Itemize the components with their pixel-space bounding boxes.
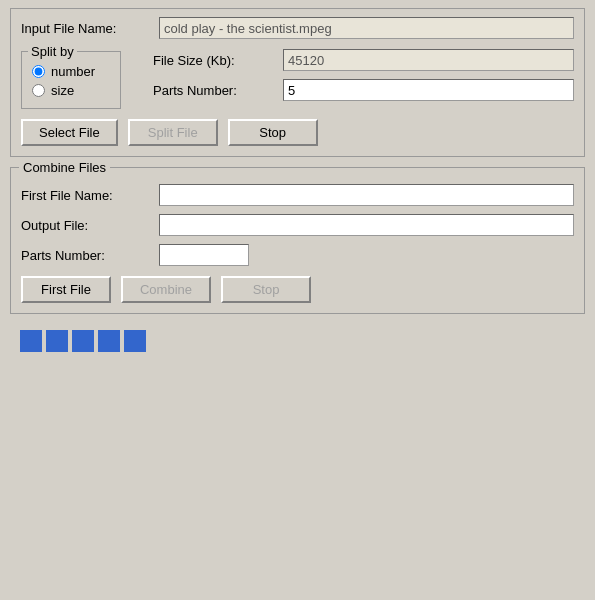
- parts-number-field[interactable]: [283, 79, 574, 101]
- combine-parts-number-label: Parts Number:: [21, 248, 151, 263]
- output-file-field[interactable]: [159, 214, 574, 236]
- split-file-button: Split File: [128, 119, 218, 146]
- combine-files-legend: Combine Files: [19, 160, 110, 175]
- progress-block: [98, 330, 120, 352]
- file-size-field[interactable]: [283, 49, 574, 71]
- first-file-label: First File Name:: [21, 188, 151, 203]
- radio-size-label: size: [51, 83, 74, 98]
- input-file-field[interactable]: [159, 17, 574, 39]
- split-stop-button[interactable]: Stop: [228, 119, 318, 146]
- progress-block: [46, 330, 68, 352]
- progress-block: [124, 330, 146, 352]
- select-file-button[interactable]: Select File: [21, 119, 118, 146]
- radio-number-label: number: [51, 64, 95, 79]
- parts-number-label: Parts Number:: [153, 83, 283, 98]
- progress-bar-area: [10, 324, 585, 358]
- progress-block: [72, 330, 94, 352]
- radio-number[interactable]: [32, 65, 45, 78]
- radio-size[interactable]: [32, 84, 45, 97]
- combine-parts-number-field[interactable]: [159, 244, 249, 266]
- output-file-label: Output File:: [21, 218, 151, 233]
- combine-button: Combine: [121, 276, 211, 303]
- file-size-label: File Size (Kb):: [153, 53, 283, 68]
- split-by-legend: Split by: [28, 44, 77, 59]
- first-file-field[interactable]: [159, 184, 574, 206]
- input-file-label: Input File Name:: [21, 21, 151, 36]
- combine-stop-button: Stop: [221, 276, 311, 303]
- first-file-button[interactable]: First File: [21, 276, 111, 303]
- progress-block: [20, 330, 42, 352]
